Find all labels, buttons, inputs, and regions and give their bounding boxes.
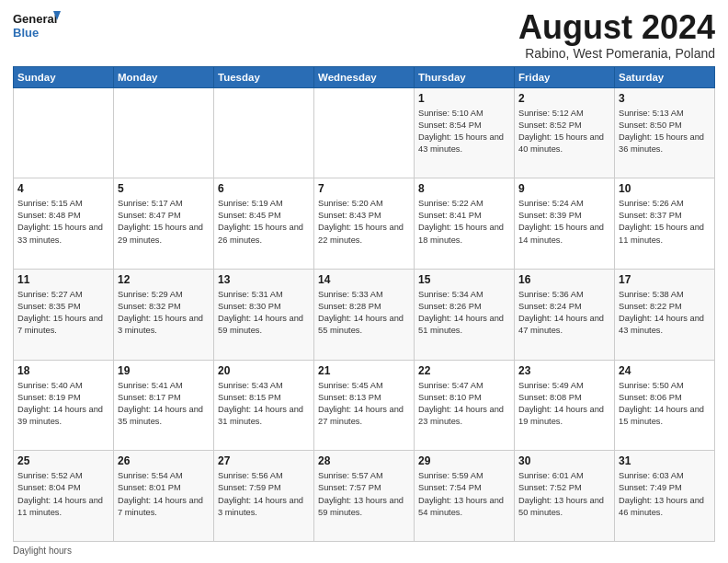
header-sunday: Sunday [14,66,114,87]
table-row: 12 Sunrise: 5:29 AMSunset: 8:32 PMDaylig… [114,269,214,360]
day-info: Sunrise: 5:59 AMSunset: 7:54 PMDaylight:… [418,471,504,516]
table-row: 6 Sunrise: 5:19 AMSunset: 8:45 PMDayligh… [214,178,314,270]
day-number: 10 [619,181,711,196]
day-number: 3 [619,91,711,106]
day-number: 24 [619,363,711,378]
table-row: 22 Sunrise: 5:47 AMSunset: 8:10 PMDaylig… [415,360,515,451]
table-row: 28 Sunrise: 5:57 AMSunset: 7:57 PMDaylig… [314,451,415,542]
logo: General Blue [13,9,61,42]
calendar-week-row: 1 Sunrise: 5:10 AMSunset: 8:54 PMDayligh… [14,87,715,178]
day-info: Sunrise: 5:47 AMSunset: 8:10 PMDaylight:… [418,381,504,426]
day-info: Sunrise: 5:24 AMSunset: 8:39 PMDaylight:… [518,199,604,244]
table-row: 7 Sunrise: 5:20 AMSunset: 8:43 PMDayligh… [314,178,415,270]
day-info: Sunrise: 5:49 AMSunset: 8:08 PMDaylight:… [518,381,604,426]
day-number: 20 [218,363,310,378]
table-row: 9 Sunrise: 5:24 AMSunset: 8:39 PMDayligh… [515,178,615,270]
day-number: 16 [518,272,610,287]
header-thursday: Thursday [415,66,515,87]
day-number: 8 [418,181,510,196]
day-number: 21 [318,363,410,378]
table-row: 26 Sunrise: 5:54 AMSunset: 8:01 PMDaylig… [114,451,214,542]
day-info: Sunrise: 5:15 AMSunset: 8:48 PMDaylight:… [17,199,103,244]
day-number: 15 [418,272,510,287]
day-number: 17 [619,272,711,287]
day-info: Sunrise: 5:36 AMSunset: 8:24 PMDaylight:… [518,290,604,335]
header-tuesday: Tuesday [214,66,314,87]
day-info: Sunrise: 5:50 AMSunset: 8:06 PMDaylight:… [619,381,704,426]
day-number: 26 [118,454,210,468]
day-number: 25 [17,454,109,468]
table-row [214,87,314,178]
day-number: 23 [518,363,610,378]
day-info: Sunrise: 5:52 AMSunset: 8:04 PMDaylight:… [17,471,103,516]
table-row: 18 Sunrise: 5:40 AMSunset: 8:19 PMDaylig… [14,360,114,451]
day-info: Sunrise: 5:27 AMSunset: 8:35 PMDaylight:… [17,290,103,335]
day-info: Sunrise: 5:57 AMSunset: 7:57 PMDaylight:… [318,471,404,516]
table-row: 13 Sunrise: 5:31 AMSunset: 8:30 PMDaylig… [214,269,314,360]
day-number: 1 [418,91,510,106]
calendar-week-row: 11 Sunrise: 5:27 AMSunset: 8:35 PMDaylig… [14,269,715,360]
header-saturday: Saturday [615,66,715,87]
day-number: 27 [218,454,310,468]
day-info: Sunrise: 5:40 AMSunset: 8:19 PMDaylight:… [17,381,103,426]
table-row: 27 Sunrise: 5:56 AMSunset: 7:59 PMDaylig… [214,451,314,542]
day-number: 7 [318,181,410,196]
svg-text:Blue: Blue [13,26,39,40]
day-info: Sunrise: 5:54 AMSunset: 8:01 PMDaylight:… [118,471,203,516]
day-info: Sunrise: 5:56 AMSunset: 7:59 PMDaylight:… [218,471,303,516]
table-row: 3 Sunrise: 5:13 AMSunset: 8:50 PMDayligh… [615,87,715,178]
day-info: Sunrise: 5:13 AMSunset: 8:50 PMDaylight:… [619,109,704,154]
table-row: 11 Sunrise: 5:27 AMSunset: 8:35 PMDaylig… [14,269,114,360]
table-row: 17 Sunrise: 5:38 AMSunset: 8:22 PMDaylig… [615,269,715,360]
table-row: 14 Sunrise: 5:33 AMSunset: 8:28 PMDaylig… [314,269,415,360]
day-number: 19 [118,363,210,378]
subtitle: Rabino, West Pomerania, Poland [518,46,715,61]
day-number: 5 [118,181,210,196]
day-number: 30 [518,454,610,468]
footer-note: Daylight hours [13,546,715,556]
day-number: 22 [418,363,510,378]
table-row: 25 Sunrise: 5:52 AMSunset: 8:04 PMDaylig… [14,451,114,542]
day-info: Sunrise: 5:45 AMSunset: 8:13 PMDaylight:… [318,381,404,426]
day-info: Sunrise: 5:12 AMSunset: 8:52 PMDaylight:… [518,109,604,154]
table-row [14,87,114,178]
table-row: 20 Sunrise: 5:43 AMSunset: 8:15 PMDaylig… [214,360,314,451]
table-row [114,87,214,178]
day-info: Sunrise: 5:38 AMSunset: 8:22 PMDaylight:… [619,290,704,335]
day-info: Sunrise: 5:29 AMSunset: 8:32 PMDaylight:… [118,290,203,335]
day-number: 12 [118,272,210,287]
calendar-table: Sunday Monday Tuesday Wednesday Thursday… [13,66,715,542]
day-number: 28 [318,454,410,468]
table-row: 23 Sunrise: 5:49 AMSunset: 8:08 PMDaylig… [515,360,615,451]
svg-text:General: General [13,12,57,26]
table-row: 19 Sunrise: 5:41 AMSunset: 8:17 PMDaylig… [114,360,214,451]
table-row: 15 Sunrise: 5:34 AMSunset: 8:26 PMDaylig… [415,269,515,360]
day-number: 18 [17,363,109,378]
table-row: 1 Sunrise: 5:10 AMSunset: 8:54 PMDayligh… [415,87,515,178]
table-row: 4 Sunrise: 5:15 AMSunset: 8:48 PMDayligh… [14,178,114,270]
day-info: Sunrise: 5:17 AMSunset: 8:47 PMDaylight:… [118,199,203,244]
day-number: 14 [318,272,410,287]
calendar-week-row: 4 Sunrise: 5:15 AMSunset: 8:48 PMDayligh… [14,178,715,270]
day-number: 31 [619,454,711,468]
table-row: 30 Sunrise: 6:01 AMSunset: 7:52 PMDaylig… [515,451,615,542]
day-info: Sunrise: 5:10 AMSunset: 8:54 PMDaylight:… [418,109,504,154]
table-row: 10 Sunrise: 5:26 AMSunset: 8:37 PMDaylig… [615,178,715,270]
table-row: 2 Sunrise: 5:12 AMSunset: 8:52 PMDayligh… [515,87,615,178]
table-row: 16 Sunrise: 5:36 AMSunset: 8:24 PMDaylig… [515,269,615,360]
table-row [314,87,415,178]
table-row: 24 Sunrise: 5:50 AMSunset: 8:06 PMDaylig… [615,360,715,451]
main-title: August 2024 [518,9,715,46]
day-info: Sunrise: 5:20 AMSunset: 8:43 PMDaylight:… [318,199,404,244]
page-header: General Blue August 2024 Rabino, West Po… [13,9,715,61]
calendar-week-row: 25 Sunrise: 5:52 AMSunset: 8:04 PMDaylig… [14,451,715,542]
day-number: 13 [218,272,310,287]
table-row: 29 Sunrise: 5:59 AMSunset: 7:54 PMDaylig… [415,451,515,542]
title-block: August 2024 Rabino, West Pomerania, Pola… [518,9,715,61]
calendar-week-row: 18 Sunrise: 5:40 AMSunset: 8:19 PMDaylig… [14,360,715,451]
day-info: Sunrise: 5:26 AMSunset: 8:37 PMDaylight:… [619,199,704,244]
header-friday: Friday [515,66,615,87]
header-monday: Monday [114,66,214,87]
day-info: Sunrise: 6:03 AMSunset: 7:49 PMDaylight:… [619,471,704,516]
table-row: 8 Sunrise: 5:22 AMSunset: 8:41 PMDayligh… [415,178,515,270]
